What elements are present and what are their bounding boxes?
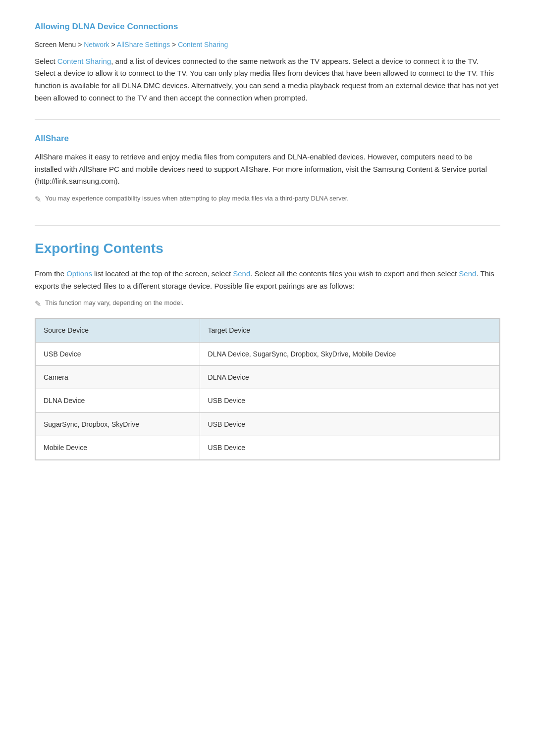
- breadcrumb-prefix: Screen Menu >: [35, 41, 84, 49]
- section3-send-link1[interactable]: Send: [233, 269, 250, 278]
- breadcrumb-network[interactable]: Network: [84, 41, 109, 49]
- table-row: USB Device DLNA Device, SugarSync, Dropb…: [36, 342, 500, 365]
- pencil-icon2: ✎: [35, 298, 41, 310]
- section1-title: Allowing DLNA Device Connections: [35, 20, 500, 33]
- section1-body-prefix: Select: [35, 57, 57, 65]
- section3-body-mid2: . Select all the contents files you wish…: [250, 269, 459, 278]
- export-table-container: Source Device Target Device USB Device D…: [35, 318, 500, 460]
- table-header-source: Source Device: [36, 319, 200, 342]
- section3-body-prefix: From the: [35, 269, 66, 278]
- section3-note: ✎ This function may vary, depending on t…: [35, 298, 500, 310]
- source-camera: Camera: [36, 366, 200, 389]
- breadcrumb-allshare-settings[interactable]: AllShare Settings: [117, 41, 170, 49]
- section-allshare: AllShare AllShare makes it easy to retri…: [35, 132, 500, 205]
- section3-note-text: This function may vary, depending on the…: [45, 298, 183, 308]
- target-usb-dlna: USB Device: [200, 389, 499, 412]
- breadcrumb-content-sharing[interactable]: Content Sharing: [178, 41, 228, 49]
- table-header: Source Device Target Device: [36, 319, 500, 342]
- table-row: Camera DLNA Device: [36, 366, 500, 389]
- table-header-target: Target Device: [200, 319, 499, 342]
- target-usb-sugar: USB Device: [200, 412, 499, 436]
- breadcrumb-sep2: >: [170, 41, 178, 49]
- section2-body: AllShare makes it easy to retrieve and e…: [35, 151, 500, 188]
- section3-body-mid: list located at the top of the screen, s…: [92, 269, 233, 278]
- source-mobile: Mobile Device: [36, 436, 200, 459]
- source-usb: USB Device: [36, 342, 200, 365]
- table-row: Mobile Device USB Device: [36, 436, 500, 459]
- table-row: DLNA Device USB Device: [36, 389, 500, 412]
- target-dlna: DLNA Device: [200, 366, 499, 389]
- section1-body: Select Content Sharing, and a list of de…: [35, 55, 500, 104]
- source-sugarsync: SugarSync, Dropbox, SkyDrive: [36, 412, 200, 436]
- table-body: USB Device DLNA Device, SugarSync, Dropb…: [36, 342, 500, 459]
- section-exporting-contents: Exporting Contents From the Options list…: [35, 238, 500, 460]
- section2-title: AllShare: [35, 132, 500, 145]
- table-row: SugarSync, Dropbox, SkyDrive USB Device: [36, 412, 500, 436]
- target-usb-mobile: USB Device: [200, 436, 499, 459]
- section3-options-link[interactable]: Options: [66, 269, 92, 278]
- table-header-row: Source Device Target Device: [36, 319, 500, 342]
- pencil-icon: ✎: [35, 194, 41, 205]
- section3-body: From the Options list located at the top…: [35, 268, 500, 293]
- breadcrumb-sep1: >: [109, 41, 117, 49]
- section2-note-text: You may experience compatibility issues …: [45, 194, 349, 203]
- section-dlna-connections: Allowing DLNA Device Connections Screen …: [35, 20, 500, 104]
- section1-content-sharing-link[interactable]: Content Sharing: [57, 57, 111, 65]
- section3-send-link2[interactable]: Send: [459, 269, 476, 278]
- breadcrumb: Screen Menu > Network > AllShare Setting…: [35, 39, 500, 50]
- section2-note: ✎ You may experience compatibility issue…: [35, 194, 500, 205]
- source-dlna: DLNA Device: [36, 389, 200, 412]
- export-table: Source Device Target Device USB Device D…: [35, 318, 500, 459]
- target-dlna-sugarsync: DLNA Device, SugarSync, Dropbox, SkyDriv…: [200, 342, 499, 365]
- section3-title: Exporting Contents: [35, 238, 500, 260]
- divider2: [35, 225, 500, 226]
- divider1: [35, 119, 500, 120]
